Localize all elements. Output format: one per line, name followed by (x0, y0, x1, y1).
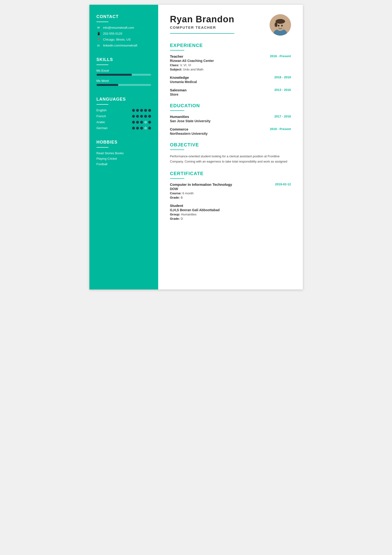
header-text: Ryan Brandon COMPUTER TEACHER (170, 14, 235, 34)
dot (136, 115, 139, 118)
sidebar: CONTACT ✉ info@resumekraft.com 📱 202-555… (89, 5, 158, 290)
dot (140, 121, 143, 124)
experience-entry-3: Salesman 2013 - 2016 Store (170, 88, 291, 96)
dot (148, 127, 151, 130)
language-german: German (97, 126, 151, 130)
certificate-entry-1: Computer In Information Technology 2019-… (170, 183, 291, 199)
certificate-entry-2: Student G,H,S Beeran Gali Abboottabad Gr… (170, 204, 291, 220)
header-area: Ryan Brandon COMPUTER TEACHER (170, 14, 291, 36)
dot (148, 115, 151, 118)
experience-title: EXPERIENCE (170, 43, 291, 48)
contact-linkedin: in linkedin.com/resumekraft (97, 44, 151, 47)
hobbies-title: HOBBIES (97, 140, 151, 145)
dot (144, 109, 147, 112)
certificate-title: CERTIFICATE (170, 171, 291, 176)
french-dots (132, 115, 151, 118)
skills-title: SKILLS (97, 57, 151, 62)
dot (132, 121, 135, 124)
dot (132, 115, 135, 118)
email-icon: ✉ (97, 26, 101, 29)
skills-divider (97, 65, 108, 65)
cert2-detail-1: Group: Humanities (170, 213, 291, 216)
objective-text: Performance-oriented student looking for… (170, 154, 291, 164)
cert1-detail-2: Grade: B (170, 196, 291, 199)
language-french: French (97, 114, 151, 118)
certificate-section: CERTIFICATE Computer In Information Tech… (170, 171, 291, 220)
contact-title: CONTACT (97, 14, 151, 19)
contact-phone: 📱 202-555-0120 (97, 32, 151, 35)
dot (136, 121, 139, 124)
experience-section: EXPERIENCE Teacher 2018 - Present Rizwan… (170, 43, 291, 96)
contact-divider (97, 22, 108, 22)
dot (136, 127, 139, 130)
dot (144, 121, 147, 124)
dot (140, 109, 143, 112)
avatar (270, 14, 291, 36)
experience-entry-1-header: Teacher 2018 - Present (170, 54, 291, 58)
objective-section: OBJECTIVE Performance-oriented student l… (170, 142, 291, 164)
svg-point-6 (278, 25, 279, 27)
arabic-dots (132, 121, 151, 124)
language-english: English (97, 109, 151, 112)
skill-msexcel-label: Ms Excel (97, 69, 151, 72)
dot (148, 121, 151, 124)
skill-msexcel-bar (97, 74, 151, 76)
english-dots (132, 109, 151, 112)
experience-entry-2: Knowledge 2018 - 2019 Usmania Medical (170, 75, 291, 84)
exp1-detail-1: Class: V, VI, VI (170, 63, 291, 67)
dot (132, 127, 135, 130)
skill-msexcel-fill (97, 74, 132, 76)
dot (136, 109, 139, 112)
education-entry-2: Commerce 2018 - Present Northeastern Uni… (170, 127, 291, 136)
dot (148, 109, 151, 112)
objective-title: OBJECTIVE (170, 142, 291, 148)
experience-entry-2-header: Knowledge 2018 - 2019 (170, 75, 291, 80)
experience-divider (170, 50, 184, 51)
languages-section: LANGUAGES English French (97, 97, 151, 132)
hobby-1: Read Stories Books (97, 151, 151, 155)
education-section: EDUCATION Humanities 2017 - 2018 San Jos… (170, 103, 291, 136)
hobby-3: Football (97, 162, 151, 166)
german-dots (132, 127, 151, 130)
skill-msword-fill (97, 84, 118, 86)
exp1-detail-2: Subject: Urdu and Math (170, 68, 291, 71)
dot (132, 109, 135, 112)
objective-divider (170, 149, 184, 150)
education-entry-2-header: Commerce 2018 - Present (170, 127, 291, 131)
hobbies-divider (97, 147, 108, 148)
hobbies-section: HOBBIES Read Stories Books Playing Crick… (97, 140, 151, 168)
job-title: COMPUTER TEACHER (170, 25, 235, 29)
language-arabic: Arabic (97, 120, 151, 124)
dot (144, 127, 147, 130)
education-title: EDUCATION (170, 103, 291, 109)
svg-point-7 (281, 25, 283, 27)
linkedin-icon: in (97, 44, 101, 47)
experience-entry-3-header: Salesman 2013 - 2016 (170, 88, 291, 92)
cert1-detail-1: Course: 6 month (170, 191, 291, 195)
education-entry-1-header: Humanities 2017 - 2018 (170, 115, 291, 119)
location-icon: 📍 (97, 38, 101, 41)
education-divider (170, 110, 184, 111)
main-content: Ryan Brandon COMPUTER TEACHER (158, 5, 303, 290)
resume-container: CONTACT ✉ info@resumekraft.com 📱 202-555… (89, 5, 303, 290)
education-entry-1: Humanities 2017 - 2018 San Jose State Un… (170, 115, 291, 123)
skills-section: SKILLS Ms Excel Ms Word (97, 57, 151, 89)
certificate-entry-2-header: Student (170, 204, 291, 208)
certificate-divider (170, 178, 184, 179)
candidate-name: Ryan Brandon (170, 14, 235, 24)
phone-icon: 📱 (97, 32, 101, 35)
dot (140, 127, 143, 130)
skill-msword-label: Ms Word (97, 79, 151, 83)
skill-msword-bar (97, 84, 151, 86)
dot (140, 115, 143, 118)
svg-point-5 (275, 22, 278, 27)
languages-title: LANGUAGES (97, 97, 151, 102)
hobby-2: Playing Cricket (97, 157, 151, 161)
certificate-entry-1-header: Computer In Information Technology 2019-… (170, 183, 291, 187)
contact-address: 📍 Chicago, Illinois, US (97, 38, 151, 41)
dot (144, 115, 147, 118)
experience-entry-1: Teacher 2018 - Present Rizwan Ali Coachi… (170, 54, 291, 71)
contact-section: CONTACT ✉ info@resumekraft.com 📱 202-555… (97, 14, 151, 50)
contact-email: ✉ info@resumekraft.com (97, 26, 151, 29)
header-divider (170, 33, 235, 34)
